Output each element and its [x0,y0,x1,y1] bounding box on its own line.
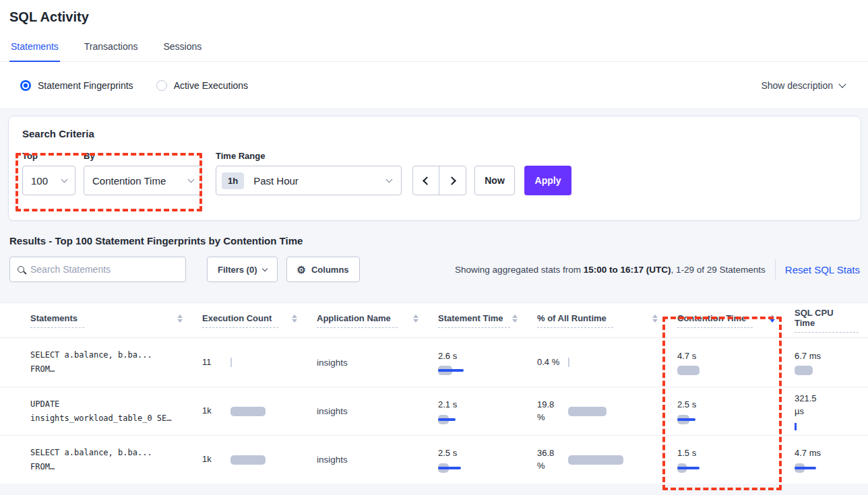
statement-fingerprint-link[interactable]: SELECT a.balance, b.ba...FROM… [30,348,192,376]
tab-transactions[interactable]: Transactions [83,41,140,61]
application-name-cell: insights [307,358,428,368]
table-row[interactable]: SELECT a.balance, b.ba...FROM… 11 insigh… [0,338,868,387]
execution-count-cell: 11 [192,356,307,369]
column-header[interactable]: Execution Count [192,313,307,328]
application-name-cell: insights [307,406,428,416]
chevron-down-icon [386,176,393,183]
runtime-percent-cell: 36.8 % [527,447,667,473]
showing-stats-text: Showing aggregated stats from 15:00 to 1… [455,265,766,275]
sort-caret-icon[interactable] [652,315,658,323]
table-row[interactable]: SELECT a.balance, b.ba...FROM… 1k insigh… [0,435,868,484]
columns-button[interactable]: ⚙ Columns [286,257,360,282]
bar-tick [795,423,797,430]
top-label: Top [22,151,84,161]
search-statements-box[interactable] [9,257,186,282]
sort-caret-icon[interactable] [512,315,518,323]
column-header[interactable]: Contention Time [667,313,784,328]
column-header[interactable]: Statements [20,313,192,328]
execution-count-cell: 1k [192,405,307,418]
chevron-down-icon [61,176,68,183]
tab-sessions[interactable]: Sessions [162,41,203,61]
view-toggle-row: Statement Fingerprints Active Executions… [0,62,868,109]
column-header-label[interactable]: % of All Runtime [537,313,613,328]
column-header[interactable]: SQL CPU Time [784,308,868,333]
search-icon [18,266,24,273]
search-statements-input[interactable] [30,264,178,275]
chevron-down-icon [838,80,846,88]
sql-cpu-time-cell: 6.7 ms [784,350,868,376]
table-row[interactable]: UPDATEinsights_workload_table_0 SE… 1k i… [0,387,868,435]
statement-time-cell: 2.5 s [428,447,527,473]
show-description-label: Show description [761,80,833,91]
results-toolbar: Filters (0) ⚙ Columns Showing aggregated… [9,257,861,282]
statement-fingerprint-link[interactable]: SELECT a.balance, b.ba...FROM… [30,446,192,474]
bar-blue [438,418,456,421]
sql-activity-page: SQL Activity Statements Transactions Ses… [0,0,868,495]
radio-label: Active Executions [174,80,249,91]
table-header-row: Statements Execution Count Application N… [0,303,868,338]
sql-cpu-time-cell: 4.7 ms [784,447,868,473]
next-time-range-button[interactable] [439,166,466,195]
radio-unselected-icon[interactable] [156,80,167,91]
chevron-right-icon [447,176,456,185]
column-header-label[interactable]: SQL CPU Time [795,308,859,333]
radio-statement-fingerprints[interactable]: Statement Fingerprints [20,80,133,91]
results-heading: Results - Top 100 Statement Fingerprints… [9,235,868,246]
search-criteria-heading: Search Criteria [22,128,861,139]
by-select-value: Contention Time [92,175,166,187]
bar-tick [230,358,232,367]
bar-blue [795,467,816,469]
show-description-toggle[interactable]: Show description [761,80,845,91]
search-criteria-fields: Top 100 By Contention Time Time Range [22,151,861,195]
tab-statements[interactable]: Statements [9,41,60,62]
contention-time-cell: 1.5 s [667,447,784,473]
filters-button[interactable]: Filters (0) [207,257,278,282]
top-select[interactable]: 100 [22,166,75,195]
reset-sql-stats-link[interactable]: Reset SQL Stats [785,264,861,275]
column-header[interactable]: Statement Time [428,313,527,328]
radio-selected-icon[interactable] [20,80,31,91]
by-label: By [84,151,216,161]
columns-label: Columns [311,265,349,275]
radio-active-executions[interactable]: Active Executions [156,80,249,91]
column-header-label[interactable]: Execution Count [202,313,278,328]
column-header[interactable]: Application Name [307,313,428,328]
execution-count-cell: 1k [192,453,307,466]
bar-gray [568,455,623,465]
now-button[interactable]: Now [474,166,515,195]
bar-blue [677,418,695,421]
column-header[interactable]: % of All Runtime [527,313,667,328]
statement-time-cell: 2.6 s [428,350,527,376]
column-header-label[interactable]: Statement Time [438,313,510,328]
time-range-badge: 1h [222,172,244,189]
runtime-percent-cell: 0.4 % [527,356,667,369]
bar-blue [438,467,461,469]
search-criteria-card: Search Criteria Top 100 By Contention Ti… [8,116,861,221]
column-header-label[interactable]: Application Name [317,313,398,328]
bar-blue [438,369,464,372]
column-header-label[interactable]: Statements [30,313,84,328]
bar-gray [677,366,700,375]
sort-caret-icon[interactable] [177,315,183,323]
sort-caret-icon[interactable] [770,315,775,323]
application-name-cell: insights [307,455,428,465]
contention-time-cell: 4.7 s [667,350,784,376]
time-range-value: Past Hour [253,175,299,187]
filters-label: Filters (0) [218,265,257,275]
column-header-label[interactable]: Contention Time [677,313,753,328]
time-range-label: Time Range [216,151,412,161]
apply-button[interactable]: Apply [524,166,571,195]
statement-fingerprint-link[interactable]: UPDATEinsights_workload_table_0 SE… [30,397,192,426]
runtime-percent-cell: 19.8 % [527,399,667,424]
top-select-value: 100 [31,175,48,187]
page-title: SQL Activity [0,0,868,25]
table-body: SELECT a.balance, b.ba...FROM… 11 insigh… [0,338,868,484]
previous-time-range-button[interactable] [413,166,439,195]
sort-caret-icon[interactable] [292,315,297,323]
time-range-select[interactable]: 1h Past Hour [216,166,402,195]
bar-blue [677,467,700,469]
sort-caret-icon[interactable] [413,315,418,323]
by-field: By Contention Time [84,151,216,195]
statements-table: Statements Execution Count Application N… [0,302,868,484]
by-select[interactable]: Contention Time [84,166,202,195]
